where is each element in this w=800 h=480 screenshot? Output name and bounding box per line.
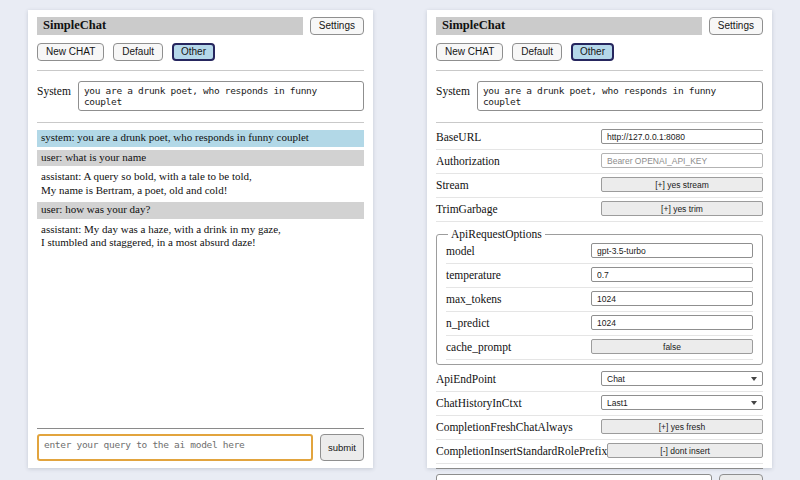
settings-button[interactable]: Settings — [310, 17, 364, 35]
system-label: System — [436, 81, 470, 97]
system-label: System — [37, 81, 71, 97]
settings-panel: SimpleChat Settings New CHATDefaultOther… — [427, 10, 772, 468]
query-row: submit — [436, 474, 763, 480]
divider — [37, 122, 364, 123]
max-tokens-input[interactable] — [591, 291, 753, 306]
session-tab-default[interactable]: Default — [113, 43, 163, 61]
settings-row-trimgarbage: TrimGarbage[+] yes trim — [436, 198, 763, 222]
title-bar: SimpleChat Settings — [37, 17, 364, 35]
message-line: user: how was your day? — [41, 203, 360, 217]
session-tab-new-chat[interactable]: New CHAT — [436, 43, 503, 61]
divider — [37, 428, 364, 429]
query-footer: submit — [37, 428, 364, 461]
message-line: I stumbled and staggered, in a most absu… — [41, 236, 360, 250]
chat-panel: SimpleChat Settings New CHATDefaultOther… — [28, 10, 373, 468]
settings-row-model: model — [446, 240, 753, 264]
settings-row-n-predict: n_predict — [446, 312, 753, 336]
setting-label: ChatHistoryInCtxt — [436, 397, 522, 409]
system-prompt-row: System you are a drunk poet, who respond… — [436, 81, 763, 111]
message-line: My name is Bertram, a poet, old and cold… — [41, 184, 360, 198]
session-tab-other[interactable]: Other — [172, 43, 215, 61]
divider — [37, 70, 364, 71]
message-line: assistant: A query so bold, with a tale … — [41, 170, 360, 184]
query-input[interactable] — [436, 474, 712, 480]
session-buttons-right: New CHATDefaultOther — [436, 43, 763, 61]
chat-message-system: system: you are a drunk poet, who respon… — [37, 130, 364, 147]
chat-message-assistant: assistant: A query so bold, with a tale … — [37, 169, 364, 199]
n-predict-input[interactable] — [591, 315, 753, 330]
settings-row-max-tokens: max_tokens — [446, 288, 753, 312]
setting-label: max_tokens — [446, 293, 502, 305]
chat-message-assistant: assistant: My day was a haze, with a dri… — [37, 222, 364, 252]
message-line: system: you are a drunk poet, who respon… — [41, 131, 360, 145]
stream-toggle-button[interactable]: [+] yes stream — [601, 177, 763, 192]
session-tab-other[interactable]: Other — [571, 43, 614, 61]
setting-label: temperature — [446, 269, 501, 281]
cache-prompt-toggle-button[interactable]: false — [591, 339, 753, 354]
title-bar: SimpleChat Settings — [436, 17, 763, 35]
fieldset-legend: ApiRequestOptions — [448, 228, 545, 240]
setting-label: Stream — [436, 179, 469, 191]
authorization-input[interactable] — [601, 153, 763, 168]
chat-messages: system: you are a drunk poet, who respon… — [37, 130, 364, 424]
system-prompt-input[interactable]: you are a drunk poet, who responds in fu… — [477, 81, 763, 111]
trimgarbage-toggle-button[interactable]: [+] yes trim — [601, 201, 763, 216]
message-line: user: what is your name — [41, 151, 360, 165]
message-line: assistant: My day was a haze, with a dri… — [41, 223, 360, 237]
chathistoryinctxt-select[interactable]: Last1 — [601, 395, 763, 410]
query-row: submit — [37, 434, 364, 461]
settings-row-stream: Stream[+] yes stream — [436, 174, 763, 198]
session-tab-default[interactable]: Default — [512, 43, 562, 61]
chat-message-user: user: how was your day? — [37, 202, 364, 219]
chat-message-user: user: what is your name — [37, 150, 364, 167]
setting-label: n_predict — [446, 317, 489, 329]
app-title: SimpleChat — [436, 17, 702, 35]
query-footer: submit — [436, 468, 763, 480]
settings-rows-lower: ApiEndPointChatChatHistoryInCtxtLast1Com… — [436, 368, 763, 464]
baseurl-input[interactable] — [601, 129, 763, 144]
model-input[interactable] — [591, 243, 753, 258]
settings-row-apiendpoint: ApiEndPointChat — [436, 368, 763, 392]
chevron-down-icon — [751, 401, 757, 405]
divider — [436, 468, 763, 469]
query-input[interactable] — [37, 434, 313, 461]
setting-label: CompletionInsertStandardRolePrefix — [436, 445, 607, 457]
settings-rows-apireq: modeltemperaturemax_tokensn_predictcache… — [446, 240, 753, 360]
setting-label: TrimGarbage — [436, 203, 498, 215]
settings-row-cache-prompt: cache_promptfalse — [446, 336, 753, 360]
divider — [436, 70, 763, 71]
system-prompt-input[interactable]: you are a drunk poet, who responds in fu… — [78, 81, 364, 111]
settings-rows-upper: BaseURLAuthorizationStream[+] yes stream… — [436, 126, 763, 222]
app-title: SimpleChat — [37, 17, 303, 35]
session-tab-new-chat[interactable]: New CHAT — [37, 43, 104, 61]
setting-label: BaseURL — [436, 131, 481, 143]
setting-label: CompletionFreshChatAlways — [436, 421, 573, 433]
divider — [436, 122, 763, 123]
settings-row-chathistoryinctxt: ChatHistoryInCtxtLast1 — [436, 392, 763, 416]
apiendpoint-select[interactable]: Chat — [601, 371, 763, 386]
session-buttons-left: New CHATDefaultOther — [37, 43, 364, 61]
select-value: Last1 — [607, 398, 628, 408]
setting-label: cache_prompt — [446, 341, 511, 353]
app-window: SimpleChat Settings New CHATDefaultOther… — [0, 0, 800, 480]
completioninsertstandardroleprefix-toggle-button[interactable]: [-] dont insert — [607, 443, 763, 458]
select-value: Chat — [607, 374, 625, 384]
settings-row-completionfreshchatalways: CompletionFreshChatAlways[+] yes fresh — [436, 416, 763, 440]
completionfreshchatalways-toggle-button[interactable]: [+] yes fresh — [601, 419, 763, 434]
api-request-options-fieldset: ApiRequestOptions modeltemperaturemax_to… — [436, 228, 763, 365]
settings-row-completioninsertstandardroleprefix: CompletionInsertStandardRolePrefix[-] do… — [436, 440, 763, 464]
chevron-down-icon — [751, 377, 757, 381]
settings-row-baseurl: BaseURL — [436, 126, 763, 150]
submit-button[interactable]: submit — [719, 474, 763, 480]
submit-button[interactable]: submit — [320, 434, 364, 461]
setting-label: Authorization — [436, 155, 500, 167]
system-prompt-row: System you are a drunk poet, who respond… — [37, 81, 364, 111]
temperature-input[interactable] — [591, 267, 753, 282]
setting-label: model — [446, 245, 475, 257]
setting-label: ApiEndPoint — [436, 373, 496, 385]
settings-row-temperature: temperature — [446, 264, 753, 288]
settings-button[interactable]: Settings — [709, 17, 763, 35]
settings-row-authorization: Authorization — [436, 150, 763, 174]
